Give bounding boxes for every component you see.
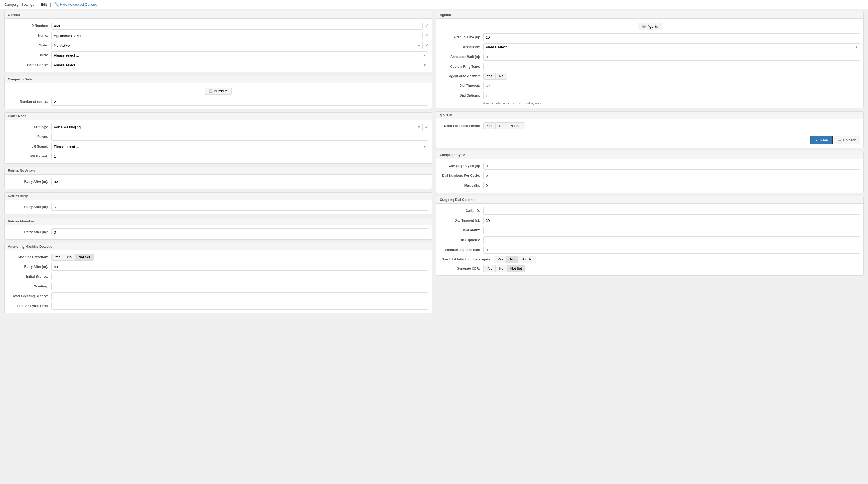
- custom-ring-tone-input[interactable]: [483, 63, 860, 70]
- generate-cdr-not-set[interactable]: Not Set: [507, 265, 525, 272]
- generate-cdr-no[interactable]: No: [496, 265, 507, 272]
- dial-numbers-per-cycle-input[interactable]: [483, 172, 860, 180]
- name-input[interactable]: [52, 32, 423, 39]
- hide-advanced-button[interactable]: 🔧 Hide Advanced Options: [54, 2, 97, 6]
- total-analysis-row: Total Analysis Time:: [5, 301, 432, 311]
- id-input[interactable]: [52, 22, 423, 30]
- dont-dial-not-set[interactable]: Not Set: [518, 256, 536, 263]
- name-label: Name:: [8, 34, 52, 37]
- retry-no-answer-input[interactable]: [52, 178, 428, 186]
- outgoing-dial-options-input[interactable]: [483, 236, 860, 244]
- retries-input[interactable]: [52, 98, 428, 105]
- retry-busy-label: Retry After [m]:: [8, 205, 52, 209]
- state-row: State: Not Active ▼ ✓: [5, 40, 432, 50]
- trunk-select[interactable]: Please select ...: [52, 52, 428, 59]
- dial-prefix-input[interactable]: [483, 226, 860, 234]
- announce-select[interactable]: Please select ...: [483, 43, 860, 51]
- power-label: Power:: [8, 135, 52, 139]
- campaign-data-tab-bar: 📋 Numbers: [5, 85, 432, 97]
- numbers-tab[interactable]: 📋 Numbers: [205, 88, 232, 95]
- min-digits-label: Minimum digits to dial:: [440, 248, 483, 252]
- max-calls-input[interactable]: [483, 182, 860, 189]
- machine-detection-yes[interactable]: Yes: [52, 254, 64, 261]
- force-codec-label: Force Codec:: [8, 63, 52, 67]
- strategy-row: Strategy: Voice Messaging ▼ ✓: [5, 122, 432, 132]
- max-calls-label: Max calls:: [440, 184, 483, 187]
- hide-advanced-label: Hide Advanced Options: [60, 2, 97, 6]
- campaign-cycle-s-row: Campaign Cycle [s]:: [436, 161, 863, 171]
- generate-cdr-row: Generate CDR: Yes No Not Set: [436, 264, 863, 273]
- retry-busy-input[interactable]: [52, 203, 428, 211]
- greeting-label: Greeting:: [8, 284, 52, 288]
- generate-cdr-btngroup: Yes No Not Set: [483, 265, 525, 272]
- total-analysis-label: Total Analysis Time:: [8, 304, 52, 308]
- agents-dial-options-label: Dial Options:: [440, 94, 483, 97]
- outgoing-dial-timeout-row: Dial Timeout [s]:: [436, 216, 863, 225]
- min-digits-row: Minimum digits to dial:: [436, 245, 863, 255]
- outgoing-dial-timeout-input[interactable]: [483, 217, 860, 224]
- retry-abandon-input[interactable]: [52, 228, 428, 236]
- machine-detection-no[interactable]: No: [64, 254, 75, 261]
- agents-dial-options-input[interactable]: [483, 92, 860, 99]
- agent-auto-answer-no[interactable]: No: [496, 73, 507, 80]
- ivr-repeat-input[interactable]: [52, 153, 428, 160]
- glocom-body: Send Feedback Forms: Yes No Not Set: [436, 119, 863, 133]
- min-digits-input[interactable]: [483, 246, 860, 254]
- campaign-cycle-s-label: Campaign Cycle [s]:: [440, 164, 483, 168]
- retry-abandon-label: Retry After [m]:: [8, 230, 52, 234]
- caller-id-input[interactable]: [483, 207, 860, 215]
- campaign-cycle-section: Campaign Cycle Campaign Cycle [s]: Dial …: [436, 151, 864, 193]
- agent-auto-answer-btngroup: Yes No: [483, 73, 507, 80]
- state-select[interactable]: Not Active: [52, 42, 423, 49]
- retry-no-answer-label: Retry After [m]:: [8, 180, 52, 184]
- glocom-header: gloCOM: [436, 112, 863, 119]
- outgoing-dial-section: Outgoing Dial Options Caller ID: Dial Ti…: [436, 196, 864, 276]
- machine-detection-not-set[interactable]: Not Set: [75, 254, 94, 261]
- agents-tab[interactable]: ⚙️ Agents: [638, 23, 662, 30]
- dont-dial-yes[interactable]: Yes: [494, 256, 507, 263]
- power-input[interactable]: [52, 133, 428, 140]
- retries-no-answer-body: Retry After [m]:: [5, 174, 432, 189]
- strategy-select[interactable]: Voice Messaging: [52, 123, 423, 131]
- amd-section: Answering Machine Detection Machine Dete…: [4, 243, 432, 313]
- save-button[interactable]: ✓ Save: [810, 136, 833, 144]
- trunk-row: Trunk: Please select ... ▼: [5, 50, 432, 60]
- agent-auto-answer-yes[interactable]: Yes: [483, 73, 496, 80]
- custom-ring-tone-row: Custom Ring Tone:: [436, 62, 863, 71]
- retry-abandon-row: Retry After [m]:: [5, 227, 432, 237]
- amd-header: Answering Machine Detection: [5, 243, 432, 251]
- retry-no-answer-row: Retry After [m]:: [5, 177, 432, 187]
- send-feedback-not-set[interactable]: Not Set: [507, 122, 525, 129]
- after-greeting-silence-input[interactable]: [52, 292, 428, 300]
- caller-id-row: Caller ID:: [436, 206, 863, 216]
- agents-dial-timeout-input[interactable]: [483, 82, 860, 90]
- power-row: Power:: [5, 132, 432, 142]
- dont-dial-no[interactable]: No: [507, 256, 518, 263]
- announce-wait-input[interactable]: [483, 53, 860, 61]
- initial-silence-input[interactable]: [52, 273, 428, 280]
- campaign-data-body: 📋 Numbers Number of retries:: [5, 83, 432, 109]
- machine-detection-btngroup: Yes No Not Set: [52, 254, 94, 261]
- breadcrumb-campaign-settings[interactable]: Campaign Settings: [4, 2, 34, 6]
- campaign-cycle-s-input[interactable]: [483, 162, 860, 170]
- wrapup-input[interactable]: [483, 33, 860, 41]
- force-codec-select[interactable]: Please select ...: [52, 61, 428, 69]
- retries-no-answer-section: Retries No Answer Retry After [m]:: [4, 167, 432, 189]
- retries-busy-section: Retries Busy Retry After [m]:: [4, 192, 432, 214]
- glocom-section: gloCOM Send Feedback Forms: Yes No Not S…: [436, 111, 864, 148]
- go-back-button[interactable]: ← Go back: [834, 136, 860, 144]
- greeting-input[interactable]: [52, 283, 428, 290]
- retries-busy-header: Retries Busy: [5, 193, 432, 200]
- generate-cdr-yes[interactable]: Yes: [483, 265, 496, 272]
- outgoing-dial-header: Outgoing Dial Options: [436, 196, 863, 204]
- send-feedback-yes[interactable]: Yes: [483, 122, 496, 129]
- total-analysis-input[interactable]: [52, 302, 428, 310]
- amd-retry-input[interactable]: [52, 263, 428, 270]
- ivr-repeat-label: IVR Repeat:: [8, 155, 52, 158]
- send-feedback-no[interactable]: No: [496, 122, 507, 129]
- dont-dial-row: Don't dial failed numbers again: Yes No …: [436, 255, 863, 264]
- retries-row: Number of retries:: [5, 97, 432, 106]
- agents-tab-icon: ⚙️: [642, 25, 646, 29]
- ivr-sound-select[interactable]: Please select ...: [52, 143, 428, 150]
- agents-header: Agents: [436, 11, 863, 19]
